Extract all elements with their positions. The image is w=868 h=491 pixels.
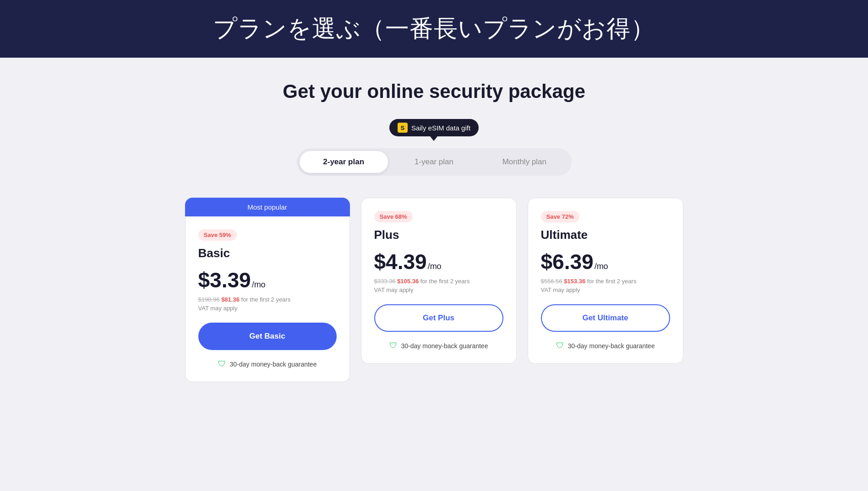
get-basic-button[interactable]: Get Basic bbox=[198, 323, 337, 350]
price-row-ultimate: $6.39 /mo bbox=[541, 249, 670, 274]
guarantee-row-ultimate: 🛡 30-day money-back guarantee bbox=[541, 341, 670, 351]
original-price-plus: $333.36 bbox=[374, 278, 396, 285]
discounted-price-basic: $81.36 bbox=[221, 296, 240, 303]
price-per-plus: /mo bbox=[428, 262, 442, 271]
pricing-card-basic: Save 59% Basic $3.39 /mo $198.96 $81.36 … bbox=[185, 216, 350, 382]
plan-tabs: 2-year plan 1-year plan Monthly plan bbox=[297, 148, 572, 176]
billing-period-plus: for the first 2 years bbox=[420, 278, 470, 285]
guarantee-text-ultimate: 30-day money-back guarantee bbox=[568, 342, 655, 350]
billing-period-ultimate: for the first 2 years bbox=[587, 278, 637, 285]
shield-icon-basic: 🛡 bbox=[218, 359, 226, 369]
guarantee-row-basic: 🛡 30-day money-back guarantee bbox=[198, 359, 337, 369]
billing-period-basic: for the first 2 years bbox=[241, 296, 291, 303]
pricing-card-plus: Save 68% Plus $4.39 /mo $333.36 $105.36 … bbox=[361, 198, 517, 364]
plan-name-plus: Plus bbox=[374, 228, 503, 242]
shield-icon-ultimate: 🛡 bbox=[556, 341, 564, 351]
card-basic: Most popular Save 59% Basic $3.39 /mo $1… bbox=[185, 198, 350, 382]
price-per-ultimate: /mo bbox=[595, 262, 608, 271]
guarantee-row-plus: 🛡 30-day money-back guarantee bbox=[374, 341, 503, 351]
price-detail-basic: $198.96 $81.36 for the first 2 years bbox=[198, 296, 337, 303]
original-price-basic: $198.96 bbox=[198, 296, 220, 303]
pricing-card-ultimate: Save 72% Ultimate $6.39 /mo $556.56 $153… bbox=[528, 198, 683, 364]
banner-title: プランを選ぶ（一番長いプランがお得） bbox=[18, 13, 850, 45]
saily-icon: S bbox=[398, 123, 408, 133]
save-badge-plus: Save 68% bbox=[374, 211, 413, 222]
price-detail-ultimate: $556.56 $153.36 for the first 2 years bbox=[541, 278, 670, 285]
vat-note-ultimate: VAT may apply bbox=[541, 286, 670, 293]
price-amount-ultimate: $6.39 bbox=[541, 249, 594, 274]
price-row-basic: $3.39 /mo bbox=[198, 268, 337, 292]
price-amount-basic: $3.39 bbox=[198, 268, 251, 292]
price-amount-plus: $4.39 bbox=[374, 249, 427, 274]
price-row-plus: $4.39 /mo bbox=[374, 249, 503, 274]
saily-badge-label: Saily eSIM data gift bbox=[411, 124, 470, 132]
section-title: Get your online security package bbox=[283, 81, 585, 103]
vat-note-basic: VAT may apply bbox=[198, 305, 337, 312]
plan-name-basic: Basic bbox=[198, 246, 337, 260]
tab-monthly-plan[interactable]: Monthly plan bbox=[480, 151, 568, 173]
get-plus-button[interactable]: Get Plus bbox=[374, 304, 503, 332]
popular-label: Most popular bbox=[185, 198, 350, 216]
discounted-price-ultimate: $153.36 bbox=[564, 278, 585, 285]
discounted-price-plus: $105.36 bbox=[397, 278, 419, 285]
vat-note-plus: VAT may apply bbox=[374, 286, 503, 293]
tab-1year-plan[interactable]: 1-year plan bbox=[390, 151, 478, 173]
card-ultimate: Save 72% Ultimate $6.39 /mo $556.56 $153… bbox=[528, 198, 683, 364]
card-plus: Save 68% Plus $4.39 /mo $333.36 $105.36 … bbox=[361, 198, 517, 364]
get-ultimate-button[interactable]: Get Ultimate bbox=[541, 304, 670, 332]
save-badge-basic: Save 59% bbox=[198, 229, 237, 241]
guarantee-text-plus: 30-day money-back guarantee bbox=[401, 342, 488, 350]
save-badge-ultimate: Save 72% bbox=[541, 211, 579, 222]
shield-icon-plus: 🛡 bbox=[389, 341, 398, 351]
price-detail-plus: $333.36 $105.36 for the first 2 years bbox=[374, 278, 503, 285]
cards-container: Most popular Save 59% Basic $3.39 /mo $1… bbox=[182, 198, 686, 382]
main-content: Get your online security package S Saily… bbox=[0, 58, 868, 410]
guarantee-text-basic: 30-day money-back guarantee bbox=[230, 361, 317, 368]
plan-name-ultimate: Ultimate bbox=[541, 228, 670, 242]
original-price-ultimate: $556.56 bbox=[541, 278, 562, 285]
plan-toggle-wrapper: S Saily eSIM data gift 2-year plan 1-yea… bbox=[297, 119, 572, 176]
tab-2year-plan[interactable]: 2-year plan bbox=[300, 151, 388, 173]
price-per-basic: /mo bbox=[252, 280, 266, 290]
top-banner: プランを選ぶ（一番長いプランがお得） bbox=[0, 0, 868, 58]
saily-badge: S Saily eSIM data gift bbox=[389, 119, 479, 136]
